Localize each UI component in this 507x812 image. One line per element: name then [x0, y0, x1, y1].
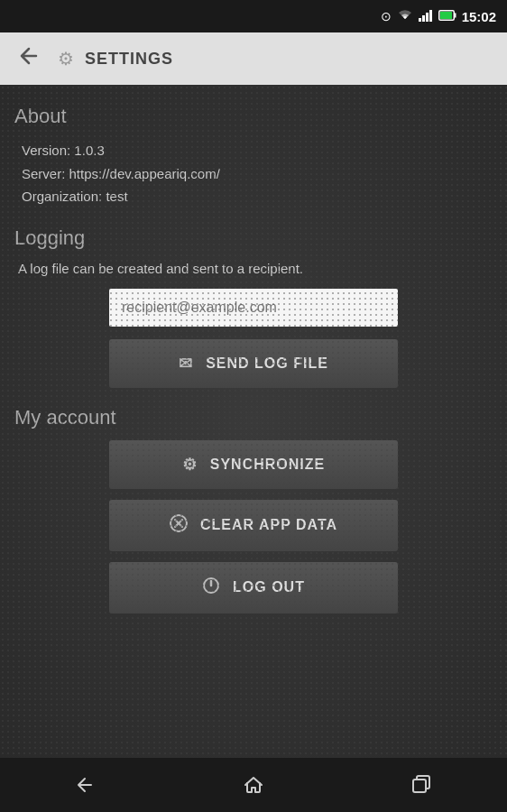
organization-text: Organization: test	[22, 185, 485, 208]
clock-icon: ⊙	[381, 9, 392, 23]
logout-icon	[202, 577, 220, 599]
logging-section: Logging A log file can be created and se…	[14, 226, 493, 388]
svg-rect-6	[440, 12, 452, 19]
about-section: About Version: 1.0.3 Server: https://dev…	[14, 105, 493, 208]
status-time: 15:02	[462, 9, 496, 24]
send-log-file-label: SEND LOG FILE	[206, 355, 328, 372]
status-icons: ⊙ 15:02	[381, 9, 496, 24]
signal-icon	[419, 9, 433, 24]
svg-rect-2	[426, 13, 429, 22]
my-account-heading: My account	[14, 406, 493, 429]
settings-gear-icon: ⚙	[58, 48, 74, 69]
log-out-label: LOG OUT	[233, 579, 305, 595]
svg-rect-3	[429, 10, 432, 22]
synchronize-label: SYNCHRONIZE	[210, 457, 325, 473]
synchronize-button[interactable]: ⚙ SYNCHRONIZE	[109, 440, 398, 489]
server-text: Server: https://dev.appeariq.com/	[22, 162, 485, 186]
svg-rect-5	[454, 14, 456, 18]
clear-app-data-label: CLEAR APP DATA	[200, 517, 337, 533]
my-account-section: My account ⚙ SYNCHRONIZE CLEAR APP DATA	[14, 406, 493, 614]
about-info: Version: 1.0.3 Server: https://dev.appea…	[14, 139, 493, 208]
logging-heading: Logging	[14, 226, 493, 250]
svg-rect-1	[422, 15, 425, 22]
synchronize-icon: ⚙	[182, 455, 198, 475]
battery-icon	[438, 9, 456, 23]
back-button[interactable]	[11, 41, 47, 77]
clear-data-icon	[170, 514, 188, 537]
log-out-button[interactable]: LOG OUT	[109, 562, 398, 614]
svg-rect-13	[413, 780, 426, 792]
nav-home-button[interactable]	[226, 767, 281, 803]
email-input[interactable]	[109, 289, 398, 327]
back-arrow-icon	[18, 45, 40, 72]
email-icon: ✉	[179, 354, 193, 374]
clear-app-data-button[interactable]: CLEAR APP DATA	[109, 500, 398, 551]
nav-recent-button[interactable]	[395, 767, 449, 803]
logging-description: A log file can be created and sent to a …	[14, 261, 493, 276]
nav-bar	[0, 758, 507, 812]
nav-back-button[interactable]	[58, 767, 112, 803]
status-bar: ⊙ 15:02	[0, 0, 507, 32]
about-heading: About	[14, 105, 493, 128]
wifi-icon	[397, 9, 413, 24]
toolbar-title: SETTINGS	[85, 50, 173, 69]
content-area: About Version: 1.0.3 Server: https://dev…	[0, 85, 507, 758]
send-log-file-button[interactable]: ✉ SEND LOG FILE	[109, 339, 398, 388]
version-text: Version: 1.0.3	[22, 139, 485, 162]
toolbar: ⚙ SETTINGS	[0, 32, 507, 85]
svg-rect-0	[419, 18, 421, 22]
